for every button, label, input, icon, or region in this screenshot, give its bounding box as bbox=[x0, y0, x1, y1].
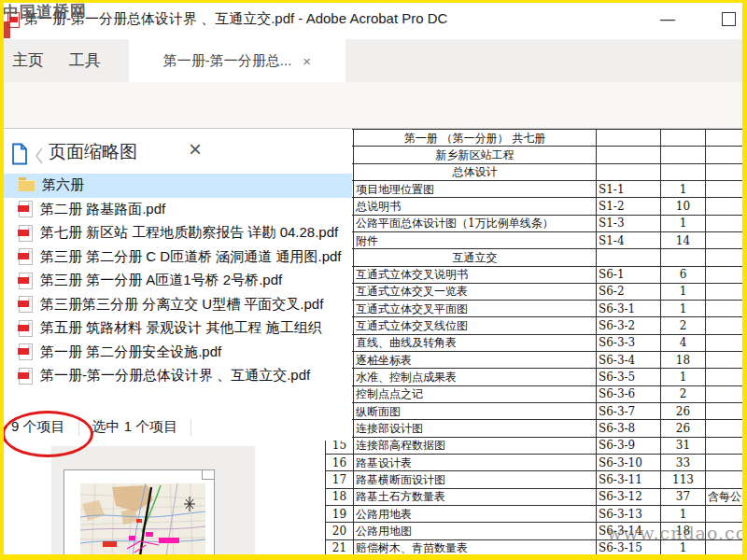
remark bbox=[706, 147, 743, 163]
table-row: 7互通式立体交叉平面图S6-3-11 bbox=[326, 301, 743, 317]
list-item[interactable]: 第三册 第二分册 C D匝道桥 涵洞通道 通用图.pdf bbox=[4, 245, 352, 270]
remark bbox=[706, 317, 743, 334]
drawing-no: S6-3-6 bbox=[597, 385, 661, 402]
file-name: 第三册 第一分册 A匝道1号桥 2号桥.pdf bbox=[40, 272, 282, 289]
sheet-count: 2 bbox=[661, 385, 706, 402]
remark bbox=[706, 249, 743, 266]
folder-icon bbox=[19, 180, 35, 191]
file-name: 第五册 筑路材料 景观设计 其他工程 施工组织 bbox=[40, 319, 322, 337]
remark bbox=[706, 215, 743, 231]
pdf-icon bbox=[19, 248, 33, 265]
maximize-button[interactable] bbox=[722, 12, 736, 26]
tab-close-icon[interactable]: × bbox=[303, 53, 311, 69]
tab-tools[interactable]: 工具 bbox=[58, 39, 112, 82]
remark bbox=[706, 231, 743, 248]
title-bar: 第一册-第一分册总体设计界 、互通立交.pdf - Adobe Acrobat … bbox=[0, 0, 747, 39]
drawing-no: S6-3-11 bbox=[597, 471, 661, 488]
table-row: 6互通式立体交叉一览表S6-21 bbox=[326, 283, 743, 300]
list-item[interactable]: 第一册 第二分册安全设施.pdf bbox=[4, 341, 352, 365]
drawing-no: S6-3-2 bbox=[597, 317, 661, 334]
pdf-icon bbox=[19, 343, 33, 360]
doc-name: 互通式立体交叉线位图 bbox=[354, 317, 597, 334]
drawing-no: S6-3-5 bbox=[597, 369, 661, 385]
table-row: 4附件S1-414 bbox=[326, 231, 743, 248]
drawing-no: S1-2 bbox=[597, 198, 661, 215]
table-row: 1项目地理位置图S1-11 bbox=[326, 180, 743, 197]
sheet-count bbox=[661, 249, 706, 266]
frame-border bbox=[0, 0, 4, 560]
row-no: 20 bbox=[326, 523, 354, 539]
list-item[interactable]: 第七册 新区站 工程地质勘察报告 详勘 04.28.pdf bbox=[4, 221, 352, 245]
sheet-count: 1 bbox=[661, 369, 706, 385]
table-row: 2总说明书S1-210 bbox=[326, 198, 743, 215]
sheet-count: 37 bbox=[661, 488, 706, 505]
file-list: 第六册第二册 路基路面.pdf第七册 新区站 工程地质勘察报告 详勘 04.28… bbox=[4, 174, 352, 388]
table-row: 16路基设计表S6-3-1033 bbox=[326, 454, 743, 470]
tab-document[interactable]: 第一册-第一分册总... × bbox=[129, 39, 345, 82]
file-name: 第二册 路基路面.pdf bbox=[40, 201, 165, 218]
watermark-seal bbox=[3, 21, 10, 38]
doc-name: 公路平面总体设计图（1万比例单线条） bbox=[354, 215, 597, 231]
panel-title: 页面缩略图 bbox=[49, 140, 137, 164]
doc-name: 第一册 （第一分册） 共七册 bbox=[354, 130, 597, 147]
sheet-count: 33 bbox=[661, 454, 706, 470]
main-toolbar: / 352 50% ••• bbox=[0, 82, 747, 129]
remark bbox=[706, 437, 743, 454]
sheet-count: 113 bbox=[661, 471, 706, 488]
remark bbox=[706, 454, 743, 470]
drawing-no: S6-1 bbox=[597, 266, 661, 283]
sheet-count: 1 bbox=[661, 180, 706, 197]
thumbnail-panel-icon[interactable] bbox=[9, 142, 30, 170]
page-thumbnail[interactable] bbox=[63, 469, 215, 557]
table-row: 10逐桩坐标表S6-3-418 bbox=[326, 352, 743, 369]
page-thumbnail-map bbox=[80, 483, 205, 556]
sheet-count: 18 bbox=[661, 352, 706, 369]
doc-name: 逐桩坐标表 bbox=[354, 352, 597, 369]
table-row: 19公路用地表S6-3-131 bbox=[326, 505, 743, 522]
remark bbox=[706, 505, 743, 522]
file-name: 第三册 第二分册 C D匝道桥 涵洞通道 通用图.pdf bbox=[40, 248, 342, 266]
list-item[interactable]: 第三册 第一分册 A匝道1号桥 2号桥.pdf bbox=[4, 269, 352, 293]
list-item[interactable]: 第五册 筑路材料 景观设计 其他工程 施工组织 bbox=[4, 316, 352, 341]
sheet-count: 26 bbox=[661, 403, 706, 420]
doc-name: 互通立交 bbox=[354, 249, 597, 266]
pdf-icon bbox=[19, 201, 33, 217]
doc-name: 路基横断面设计图 bbox=[354, 471, 597, 488]
remark bbox=[706, 180, 743, 197]
remark bbox=[706, 352, 743, 369]
annotation-ellipse bbox=[2, 411, 93, 457]
sheet-count: 1 bbox=[661, 215, 706, 231]
list-item[interactable]: 第一册-第一分册总体设计界 、互通立交.pdf bbox=[4, 364, 352, 388]
table-row: 14连接部设计图S6-3-826 bbox=[326, 420, 743, 437]
table-row: 18路基土石方数量表S6-3-1237含每公 bbox=[326, 488, 743, 505]
sheet-count: 4 bbox=[661, 334, 706, 351]
row-no: 16 bbox=[326, 454, 354, 470]
remark bbox=[706, 385, 743, 402]
doc-name: 新乡新区站工程 bbox=[354, 147, 597, 163]
table-row: 15连接部高程数据图S6-3-931 bbox=[326, 437, 743, 454]
drawing-no: S1-3 bbox=[597, 215, 661, 231]
sheet-count: 1 bbox=[661, 283, 706, 300]
drawing-no: S6-3-9 bbox=[597, 437, 661, 454]
remark bbox=[706, 369, 743, 385]
drawing-index-table: 第一册 （第一分册） 共七册新乡新区站工程总体设计1项目地理位置图S1-112总… bbox=[325, 129, 743, 557]
sheet-count: 6 bbox=[661, 266, 706, 283]
list-item[interactable]: 第二册 路基路面.pdf bbox=[4, 198, 352, 222]
drawing-no bbox=[597, 249, 661, 266]
drawing-no bbox=[597, 163, 661, 180]
drawing-no: S6-3-10 bbox=[597, 454, 661, 470]
sheet-count bbox=[661, 147, 706, 163]
panel-close-icon[interactable]: × bbox=[189, 136, 202, 162]
tab-home[interactable]: 主页 bbox=[4, 39, 52, 82]
tab-bar: 主页 工具 第一册-第一分册总... × ? bbox=[0, 39, 747, 82]
doc-name: 路基设计表 bbox=[354, 454, 597, 470]
sheet-count: 1 bbox=[661, 505, 706, 522]
sheet-count: 10 bbox=[661, 198, 706, 215]
frame-border bbox=[0, 554, 747, 560]
collapse-chevron-icon[interactable] bbox=[34, 146, 45, 170]
list-item[interactable]: 第三册第三分册 分离立交 U型槽 平面交叉.pdf bbox=[4, 293, 352, 317]
doc-name: 公路用地表 bbox=[354, 505, 597, 522]
list-item[interactable]: 第六册 bbox=[4, 174, 352, 198]
row-no: 19 bbox=[326, 505, 354, 522]
minimize-button[interactable]: — bbox=[654, 7, 682, 32]
